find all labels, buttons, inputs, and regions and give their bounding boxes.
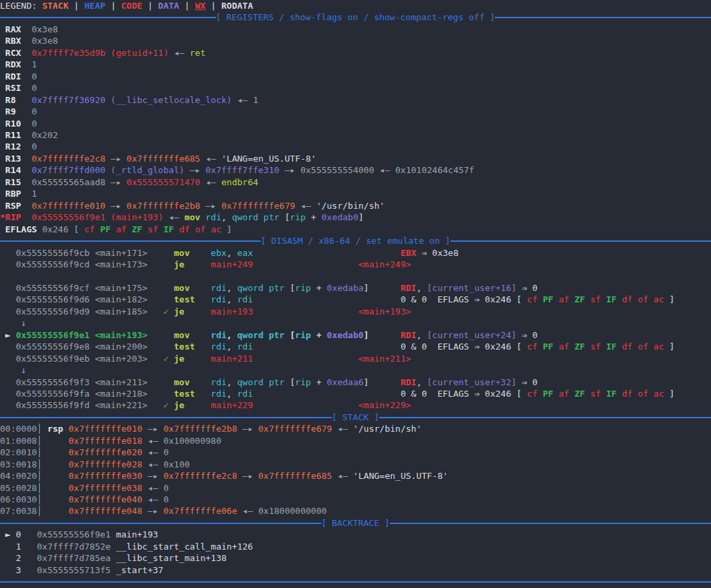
text-segment xyxy=(147,377,174,387)
terminal-line: RCX 0x7ffff7e35d9b (getuid+11) ◂— ret xyxy=(0,47,711,59)
text-segment: 0x55555556f9d9 <main+185> xyxy=(0,306,147,317)
text-segment: df xyxy=(622,341,638,352)
text-segment: —▸ xyxy=(142,471,163,481)
text-segment: ⇒ 0 xyxy=(516,330,537,340)
text-segment: rip xyxy=(295,283,310,293)
text-segment: , xyxy=(222,212,232,222)
text-segment: rdi xyxy=(211,377,226,387)
text-segment: 1 xyxy=(32,189,37,199)
text-segment: , xyxy=(416,283,427,293)
text-segment: —▸ xyxy=(279,165,300,175)
text-segment: main+193 xyxy=(211,306,253,317)
text-segment: endbr64 xyxy=(222,177,259,187)
text-segment xyxy=(253,294,401,304)
text-segment: RDI xyxy=(401,330,416,340)
text-segment: │ xyxy=(37,459,69,469)
text-segment: RAX xyxy=(0,24,32,34)
text-segment xyxy=(147,306,163,317)
text-segment: 0x55555556f9cd <main+173> xyxy=(0,259,147,269)
text-segment: —▸ xyxy=(184,165,205,175)
text-segment: ◂— xyxy=(237,506,258,516)
text-segment: , xyxy=(227,377,238,387)
text-segment: rdi xyxy=(211,389,226,399)
text-segment: DATA xyxy=(158,1,179,11)
terminal-line xyxy=(0,270,711,282)
terminal-line: R15 0x55555565aad8 —▸ 0x555555571470 ◂— … xyxy=(0,176,711,188)
text-segment: IF xyxy=(606,341,621,352)
terminal-line: RBP 1 xyxy=(0,188,711,199)
terminal-line: 0x55555556f9cb <main+171> mov ebx, eax E… xyxy=(0,247,711,259)
terminal-line: 0x55555556f9d9 <main+185> ✓ je main+193 … xyxy=(0,306,711,317)
text-segment: 3 xyxy=(0,565,37,575)
text-segment: EFLAGS ⇒ 0x246 [ xyxy=(438,294,527,304)
text-segment: RSI xyxy=(0,83,32,93)
text-segment: rdi xyxy=(205,212,221,222)
terminal-line: ► 0x55555556f9e1 <main+193> mov rdi, qwo… xyxy=(0,329,711,341)
text-segment: 1 xyxy=(0,542,37,552)
text-segment xyxy=(427,294,438,304)
text-segment: IF xyxy=(164,224,179,234)
text-segment: 0x100 xyxy=(164,459,190,469)
text-segment: —▸ xyxy=(106,201,127,211)
text-segment: <main+193> xyxy=(358,306,411,317)
text-segment: 0x7fffffffe038 xyxy=(69,483,143,493)
text-segment: 0x7ffff7ffd000 (_rtld_global) xyxy=(32,165,184,175)
terminal-line: 05:0028│ 0x7fffffffe038 ◂— 0 xyxy=(0,482,711,494)
text-segment: 0x555555571470 xyxy=(127,177,201,187)
text-segment xyxy=(195,389,211,399)
text-segment: [ xyxy=(69,224,84,234)
text-segment xyxy=(195,294,211,304)
text-segment: 1 xyxy=(253,95,259,105)
text-segment: , xyxy=(227,341,238,352)
text-segment: │ xyxy=(37,471,69,481)
terminal-line: 0x55555556f9eb <main+203> ✓ je main+211 … xyxy=(0,353,711,364)
text-segment: ◂— xyxy=(142,459,163,469)
terminal-line: 01:0008│ 0x7fffffffe018 ◂— 0x100000980 xyxy=(0,435,711,447)
text-segment: 0x7fffffffe06e xyxy=(164,506,238,516)
terminal-line: RAX 0x3e8 xyxy=(0,24,711,35)
text-segment: 0x100000980 xyxy=(164,436,222,446)
text-segment: ac xyxy=(654,341,665,352)
text-segment: main+249 xyxy=(211,259,253,269)
text-segment: —▸ xyxy=(142,424,163,434)
text-segment: 0xedab0 xyxy=(327,330,364,340)
text-segment xyxy=(184,259,211,269)
text-segment: 0x7fffffffe020 xyxy=(69,447,143,457)
terminal-line: 0x55555556f9fd <main+221> ✓ je main+229 … xyxy=(0,399,711,411)
text-segment xyxy=(195,341,211,352)
text-segment: ◂— xyxy=(295,201,316,211)
terminal-line: R10 0 xyxy=(0,118,711,129)
registers-panel: RAX 0x3e8 RBX 0x3e8 RCX 0x7ffff7e35d9b (… xyxy=(0,24,711,235)
text-segment xyxy=(184,400,211,410)
text-segment: —▸ xyxy=(237,471,258,481)
text-segment: —▸ xyxy=(106,154,127,164)
text-segment xyxy=(147,294,174,304)
terminal-line: 2 0x7ffff7d785ea __libc_start_main+138 xyxy=(0,552,711,564)
text-segment: WX xyxy=(195,1,206,11)
text-segment: | xyxy=(179,1,195,11)
text-segment: _start+37 xyxy=(110,565,163,575)
terminal-line: 0x55555556f9fa <main+218> test rdi, rdi … xyxy=(0,388,711,399)
text-segment: of xyxy=(195,224,211,234)
text-segment: 0x7fffffffe018 xyxy=(69,436,143,446)
text-segment: 0x55555556f9d6 <main+182> xyxy=(0,294,147,304)
text-segment: , xyxy=(416,377,427,387)
text-segment xyxy=(369,330,401,340)
text-segment: HEAP xyxy=(84,1,105,11)
text-segment: R14 xyxy=(0,165,32,175)
text-segment: rdi xyxy=(211,294,226,304)
text-segment: af xyxy=(559,341,574,352)
text-segment: 0x7fffffffe040 xyxy=(69,494,143,504)
text-segment: ◂— xyxy=(200,177,221,187)
text-segment: af xyxy=(559,294,574,304)
text-segment: IF xyxy=(606,294,621,304)
text-segment xyxy=(147,330,174,340)
text-segment: EBX xyxy=(401,248,416,258)
terminal-line: 0x55555556f9cd <main+173> je main+249 <m… xyxy=(0,259,711,270)
text-segment: │ xyxy=(37,424,48,434)
text-segment: ] xyxy=(222,224,232,234)
text-segment xyxy=(253,341,401,352)
text-segment: 0x55555565aad8 xyxy=(32,177,106,187)
text-segment: 01:0008 xyxy=(0,436,37,446)
text-segment: af xyxy=(559,389,574,399)
